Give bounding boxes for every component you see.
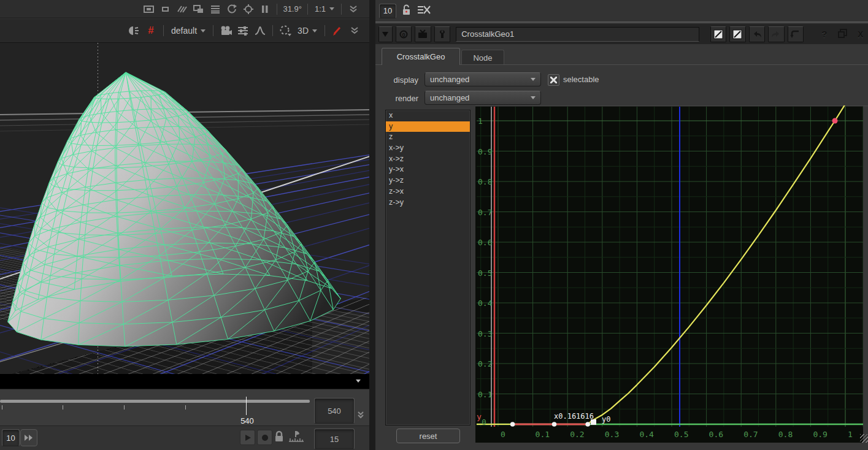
frame-range-marker-icon[interactable] bbox=[287, 429, 305, 446]
channel-item[interactable]: z->x bbox=[386, 186, 470, 197]
node-panel-body: CrosstalkGeo Node display unchanged sele… bbox=[375, 44, 868, 450]
viewer-info-bar bbox=[0, 374, 369, 389]
svg-text:0.7: 0.7 bbox=[478, 208, 492, 217]
zebra-stripes-icon[interactable] bbox=[175, 2, 190, 16]
chevron-down-icon bbox=[312, 29, 317, 32]
roi-icon[interactable] bbox=[241, 2, 256, 16]
channel-item[interactable]: x->y bbox=[386, 143, 470, 154]
selection-mode-icon[interactable] bbox=[278, 24, 293, 37]
step-forward-button[interactable] bbox=[20, 429, 37, 446]
close-panel-button[interactable]: x bbox=[853, 29, 868, 39]
frame-range-field[interactable]: 540 bbox=[314, 398, 355, 424]
falloff-curve-icon[interactable] bbox=[253, 24, 267, 37]
svg-text:0.7: 0.7 bbox=[743, 430, 758, 439]
node-color-button[interactable]: 0 bbox=[396, 26, 412, 42]
viewer-3d-viewport[interactable]: 2K Super 35(full-ap) bbox=[0, 43, 369, 374]
unlock-icon[interactable] bbox=[401, 3, 412, 18]
lock-range-icon[interactable] bbox=[273, 429, 285, 446]
svg-text:x0.161616: x0.161616 bbox=[554, 412, 594, 421]
channel-swatch-b-button[interactable] bbox=[729, 26, 746, 42]
channel-item[interactable]: z bbox=[386, 132, 470, 143]
divider bbox=[325, 25, 325, 36]
camera-icon[interactable] bbox=[218, 24, 233, 37]
curve-canvas[interactable]: 0.10.20.30.40.50.60.70.80.9100.10.20.30.… bbox=[475, 105, 868, 443]
chevron-down-icon bbox=[531, 78, 536, 81]
fps-field[interactable]: 15 bbox=[314, 429, 355, 449]
rotopaint-pen-icon[interactable] bbox=[330, 24, 345, 37]
svg-text:0.3: 0.3 bbox=[605, 430, 619, 439]
playhead-frame-label: 540 bbox=[237, 416, 258, 425]
resize-grip[interactable] bbox=[860, 434, 868, 443]
gain-icon[interactable] bbox=[142, 2, 156, 16]
channel-item[interactable]: y->x bbox=[386, 164, 470, 175]
collapse-toolbar-icon[interactable] bbox=[346, 2, 361, 16]
collapse-timeline-icon[interactable] bbox=[357, 411, 365, 421]
selectable-checkbox[interactable] bbox=[548, 74, 559, 86]
chevron-down-icon bbox=[531, 96, 536, 99]
curve-editor[interactable]: 0.10.20.30.40.50.60.70.80.9100.10.20.30.… bbox=[475, 105, 868, 443]
monitor-output-button[interactable] bbox=[415, 26, 431, 42]
wrench-icon[interactable] bbox=[434, 26, 451, 42]
nuke-window: 31.9° 1:1 # default 3D 2K Super 35 bbox=[0, 0, 868, 450]
viewer-toolbar-3d: # default 3D bbox=[0, 19, 369, 43]
viewport-canvas bbox=[0, 43, 369, 374]
channel-item[interactable]: z->y bbox=[386, 197, 470, 208]
channel-item[interactable]: x bbox=[386, 110, 470, 121]
redo-button[interactable] bbox=[768, 26, 785, 42]
stop-record-button[interactable] bbox=[257, 430, 272, 445]
timeline-scrollbar[interactable] bbox=[0, 400, 310, 403]
selectable-label: selectable bbox=[563, 75, 599, 84]
max-panels-field[interactable]: 10 bbox=[379, 4, 396, 18]
tab-node[interactable]: Node bbox=[461, 50, 504, 65]
refresh-icon[interactable] bbox=[225, 2, 239, 16]
timeline-ruler: 540 540 bbox=[0, 389, 369, 426]
divider bbox=[213, 25, 213, 36]
clear-all-panels-icon[interactable] bbox=[417, 4, 432, 17]
zoom-ratio-dropdown[interactable]: 1:1 bbox=[312, 3, 337, 15]
wipe-compare-icon[interactable] bbox=[191, 2, 206, 16]
divider bbox=[272, 25, 273, 36]
svg-text:0: 0 bbox=[402, 31, 405, 37]
playhead[interactable] bbox=[246, 397, 247, 415]
wireframe-grid-icon[interactable]: # bbox=[144, 24, 158, 37]
collapse-panel-button[interactable] bbox=[378, 26, 393, 42]
svg-text:0.5: 0.5 bbox=[478, 269, 492, 278]
chevron-down-icon[interactable] bbox=[356, 379, 361, 383]
scene-sliders-icon[interactable] bbox=[236, 24, 250, 37]
viewer-toolbar-top: 31.9° 1:1 bbox=[0, 0, 369, 18]
tab-crosstalkgeo[interactable]: CrosstalkGeo bbox=[382, 48, 460, 65]
channel-item[interactable]: y->z bbox=[386, 175, 470, 186]
float-panel-icon[interactable] bbox=[835, 29, 850, 40]
play-button[interactable] bbox=[240, 430, 255, 445]
svg-text:0.5: 0.5 bbox=[674, 430, 688, 439]
render-dropdown[interactable]: unchanged bbox=[424, 91, 541, 105]
view-mode-value: 3D bbox=[298, 26, 309, 36]
reset-button[interactable]: reset bbox=[396, 429, 460, 443]
channel-layers-icon[interactable] bbox=[208, 2, 223, 16]
collapse-toolbar-icon[interactable] bbox=[347, 24, 362, 37]
channel-swatch-a-button[interactable] bbox=[710, 26, 727, 42]
current-frame-field[interactable]: 10 bbox=[2, 429, 20, 446]
timeline-tick bbox=[63, 405, 63, 410]
display-dropdown[interactable]: unchanged bbox=[424, 72, 541, 86]
divider bbox=[307, 4, 308, 15]
pause-icon[interactable] bbox=[258, 2, 272, 16]
gamma-icon[interactable] bbox=[158, 2, 173, 16]
fov-value[interactable]: 31.9° bbox=[282, 4, 303, 13]
undo-button[interactable] bbox=[749, 26, 766, 42]
divider bbox=[277, 4, 277, 15]
svg-text:0.4: 0.4 bbox=[639, 430, 654, 439]
channel-item[interactable]: y bbox=[386, 121, 470, 132]
svg-text:1: 1 bbox=[848, 430, 853, 439]
view-mode-dropdown[interactable]: 3D bbox=[295, 25, 320, 37]
node-name-field[interactable] bbox=[456, 27, 699, 42]
help-button[interactable]: ? bbox=[816, 29, 832, 39]
divider bbox=[341, 4, 342, 15]
svg-text:0.6: 0.6 bbox=[709, 430, 723, 439]
revert-button[interactable] bbox=[788, 26, 804, 42]
headlight-icon[interactable] bbox=[126, 24, 141, 37]
lut-dropdown[interactable]: default bbox=[169, 25, 208, 37]
channel-item[interactable]: x->z bbox=[386, 154, 470, 165]
divider bbox=[163, 25, 164, 36]
channel-list[interactable]: xyzx->yx->zy->xy->zz->xz->y bbox=[385, 110, 470, 425]
